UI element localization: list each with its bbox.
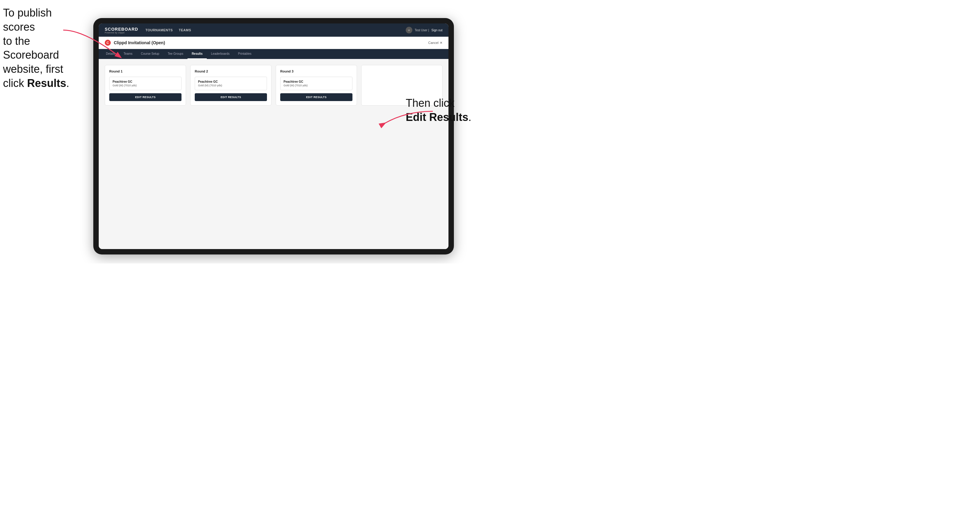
user-avatar: U: [406, 27, 412, 33]
round-2-title: Round 2: [195, 70, 267, 73]
tab-bar: Details Teams Course Setup Tee Groups Re…: [99, 49, 449, 59]
course-details-1: Gold (M) (7010 yds): [113, 84, 178, 87]
scoreboard-logo: SCOREBOARD Powered by clippd: [105, 27, 138, 34]
round-1-title: Round 1: [109, 70, 181, 73]
tab-leaderboards[interactable]: Leaderboards: [207, 49, 234, 59]
instruction-punctuation-1: .: [66, 77, 69, 89]
clippd-icon: C: [105, 40, 111, 46]
course-details-3: Gold (M) (7010 yds): [283, 84, 349, 87]
nav-tournaments[interactable]: TOURNAMENTS: [145, 27, 173, 33]
logo-sub-text: Powered by clippd: [105, 32, 138, 34]
round-card-2: Round 2 Peachtree GC Gold (M) (7010 yds)…: [190, 65, 272, 106]
tournament-name: Clippd Invitational (Open): [114, 40, 165, 45]
round-card-3: Round 3 Peachtree GC Gold (M) (7010 yds)…: [276, 65, 357, 106]
close-icon: ✕: [440, 41, 442, 45]
tournament-title-row: C Clippd Invitational (Open): [105, 40, 165, 46]
tab-tee-groups[interactable]: Tee Groups: [164, 49, 188, 59]
tablet-device: SCOREBOARD Powered by clippd TOURNAMENTS…: [93, 18, 454, 254]
course-name-1: Peachtree GC: [113, 80, 178, 83]
instruction-then-click: Then click: [406, 97, 455, 109]
tab-details[interactable]: Details: [102, 49, 119, 59]
user-label: Test User |: [415, 29, 429, 32]
instruction-line-4: click: [3, 77, 27, 89]
instruction-line-2: to the Scoreboard: [3, 35, 59, 61]
round-3-title: Round 3: [280, 70, 352, 73]
cancel-button[interactable]: Cancel ✕: [428, 41, 442, 45]
tablet-screen: SCOREBOARD Powered by clippd TOURNAMENTS…: [99, 24, 449, 249]
instruction-line-1: To publish scores: [3, 6, 52, 33]
course-name-3: Peachtree GC: [283, 80, 349, 83]
signout-link[interactable]: Sign out: [431, 29, 442, 32]
nav-links: TOURNAMENTS TEAMS: [145, 27, 406, 33]
course-card-1: Peachtree GC Gold (M) (7010 yds): [109, 77, 181, 90]
edit-results-button-3[interactable]: Edit Results: [280, 93, 352, 101]
edit-results-button-2[interactable]: Edit Results: [195, 93, 267, 101]
logo-main-text: SCOREBOARD: [105, 27, 138, 32]
instruction-text-2: Then click Edit Results.: [406, 96, 484, 125]
tab-printables[interactable]: Printables: [234, 49, 256, 59]
instruction-line-3: website, first: [3, 63, 63, 75]
course-details-2: Gold (M) (7010 yds): [198, 84, 264, 87]
app-navbar: SCOREBOARD Powered by clippd TOURNAMENTS…: [99, 24, 449, 37]
main-content: Round 1 Peachtree GC Gold (M) (7010 yds)…: [99, 59, 449, 249]
instruction-bold-results: Results: [27, 77, 66, 89]
nav-teams[interactable]: TEAMS: [179, 27, 191, 33]
instruction-text-1: To publish scores to the Scoreboard webs…: [3, 6, 81, 90]
tab-teams[interactable]: Teams: [119, 49, 137, 59]
course-card-2: Peachtree GC Gold (M) (7010 yds): [195, 77, 267, 90]
nav-right: U Test User | Sign out: [406, 27, 442, 33]
cancel-label: Cancel: [428, 41, 439, 44]
instruction-punctuation-2: .: [468, 111, 471, 123]
instruction-bold-editresults: Edit Results: [406, 111, 468, 123]
rounds-grid: Round 1 Peachtree GC Gold (M) (7010 yds)…: [105, 65, 442, 106]
course-card-3: Peachtree GC Gold (M) (7010 yds): [280, 77, 352, 90]
course-name-2: Peachtree GC: [198, 80, 264, 83]
tab-results[interactable]: Results: [188, 49, 207, 59]
edit-results-button-1[interactable]: Edit Results: [109, 93, 181, 101]
round-card-1: Round 1 Peachtree GC Gold (M) (7010 yds)…: [105, 65, 186, 106]
tournament-header: C Clippd Invitational (Open) Cancel ✕: [99, 37, 449, 49]
tab-course-setup[interactable]: Course Setup: [137, 49, 164, 59]
